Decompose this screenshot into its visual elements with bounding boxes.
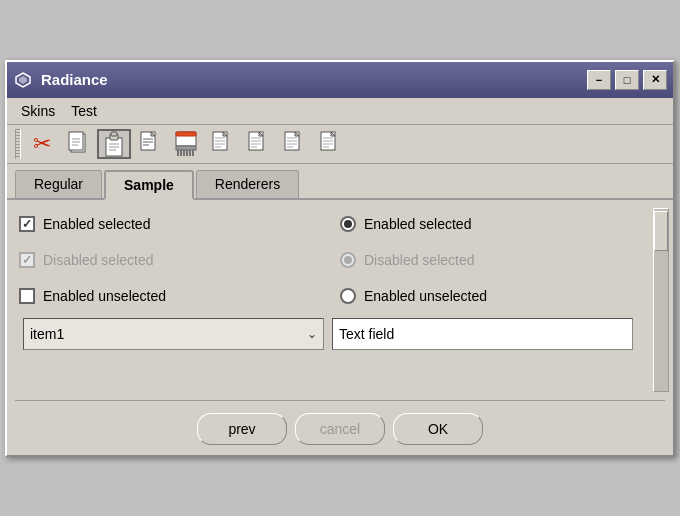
scrollbar-thumb[interactable] <box>654 211 668 251</box>
toolbar: ✂ <box>7 125 673 164</box>
tab-bar: Regular Sample Renderers <box>7 164 673 200</box>
bottom-controls: item1 ⌄ Text field <box>15 318 665 358</box>
checkbox-enabled-unselected-row: Enabled unselected <box>15 282 320 310</box>
radio-enabled-unselected-row: Enabled unselected <box>336 282 641 310</box>
radio-enabled-selected[interactable] <box>340 216 356 232</box>
svg-marker-1 <box>19 76 27 84</box>
checkbox-disabled-selected-label: Disabled selected <box>43 252 154 268</box>
text-input-value: Text field <box>339 326 394 342</box>
doc1-button[interactable] <box>205 129 239 159</box>
checkbox-enabled-unselected-label: Enabled unselected <box>43 288 166 304</box>
copy-button[interactable] <box>61 129 95 159</box>
doc3-icon <box>283 131 305 157</box>
svg-rect-3 <box>69 132 83 150</box>
paste-icon <box>102 130 126 158</box>
radio-enabled-unselected-label: Enabled unselected <box>364 288 487 304</box>
doc1-icon <box>211 131 233 157</box>
tab-sample[interactable]: Sample <box>104 170 194 200</box>
title-bar: Radiance − □ ✕ <box>7 62 673 98</box>
radio-disabled-selected-label: Disabled selected <box>364 252 475 268</box>
radio-enabled-selected-label: Enabled selected <box>364 216 471 232</box>
doc-lines-button[interactable] <box>133 129 167 159</box>
button-bar: prev cancel OK <box>7 409 673 455</box>
checkbox-disabled-selected-row: Disabled selected <box>15 246 320 274</box>
scrollbar[interactable] <box>653 208 669 392</box>
copy-icon <box>67 131 89 157</box>
shredder-icon <box>173 130 199 158</box>
window-title: Radiance <box>41 71 587 88</box>
window-controls: − □ ✕ <box>587 70 667 90</box>
checkbox-enabled-selected-label: Enabled selected <box>43 216 150 232</box>
doc4-icon <box>319 131 341 157</box>
divider <box>15 400 665 401</box>
ok-button[interactable]: OK <box>393 413 483 445</box>
checkbox-disabled-selected <box>19 252 35 268</box>
dropdown-arrow-icon: ⌄ <box>307 327 317 341</box>
close-button[interactable]: ✕ <box>643 70 667 90</box>
menu-test[interactable]: Test <box>63 100 105 122</box>
doc2-icon <box>247 131 269 157</box>
tab-renderers[interactable]: Renderers <box>196 170 299 198</box>
doc3-button[interactable] <box>277 129 311 159</box>
scissors-button[interactable]: ✂ <box>25 129 59 159</box>
text-input[interactable]: Text field <box>332 318 633 350</box>
shredder-button[interactable] <box>169 129 203 159</box>
cancel-button[interactable]: cancel <box>295 413 385 445</box>
maximize-button[interactable]: □ <box>615 70 639 90</box>
dropdown-value: item1 <box>30 326 307 342</box>
menu-bar: Skins Test <box>7 98 673 125</box>
radio-disabled-selected <box>340 252 356 268</box>
prev-button[interactable]: prev <box>197 413 287 445</box>
dropdown[interactable]: item1 ⌄ <box>23 318 324 350</box>
checkbox-enabled-selected[interactable] <box>19 216 35 232</box>
minimize-button[interactable]: − <box>587 70 611 90</box>
tab-regular[interactable]: Regular <box>15 170 102 198</box>
doc2-button[interactable] <box>241 129 275 159</box>
toolbar-separator <box>15 129 21 159</box>
controls-grid: Enabled selected Enabled selected Disabl… <box>15 210 665 318</box>
doc4-button[interactable] <box>313 129 347 159</box>
radio-enabled-selected-row: Enabled selected <box>336 210 641 238</box>
radio-disabled-selected-row: Disabled selected <box>336 246 641 274</box>
menu-skins[interactable]: Skins <box>13 100 63 122</box>
svg-rect-19 <box>176 132 196 136</box>
doc-lines-icon <box>139 131 161 157</box>
scissors-icon: ✂ <box>33 131 51 157</box>
main-window: Radiance − □ ✕ Skins Test ✂ <box>5 60 675 457</box>
svg-rect-9 <box>111 132 117 136</box>
paste-button[interactable] <box>97 129 131 159</box>
radio-enabled-unselected[interactable] <box>340 288 356 304</box>
svg-rect-26 <box>176 146 196 150</box>
content-area: Enabled selected Enabled selected Disabl… <box>7 200 673 400</box>
checkbox-enabled-selected-row: Enabled selected <box>15 210 320 238</box>
app-icon <box>13 70 33 90</box>
checkbox-enabled-unselected[interactable] <box>19 288 35 304</box>
